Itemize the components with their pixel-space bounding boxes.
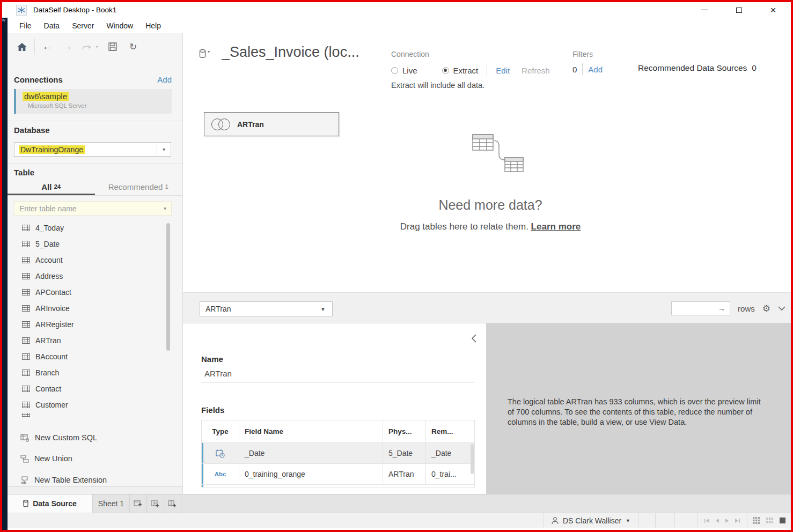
table-item[interactable]: 4_Today (8, 220, 173, 236)
edit-link[interactable]: Edit (496, 66, 510, 75)
col-physical[interactable]: Phys... (383, 420, 426, 442)
table-item[interactable]: APContact (8, 284, 173, 300)
datasource-title[interactable]: _Sales_Invoice (loc... (222, 44, 388, 61)
tab-recommended[interactable]: Recommended1 (95, 181, 182, 195)
database-icon (23, 500, 28, 507)
field-remote: _Date (426, 443, 467, 463)
previous-sheet-icon[interactable] (715, 518, 719, 523)
title-bar[interactable]: DataSelf Desktop - Book1 × (2, 2, 791, 18)
chevron-down-icon[interactable]: ▾ (157, 143, 171, 156)
table-details-panel: Name ARTran Fields Type Field Name Phys.… (183, 323, 486, 496)
table-icon (22, 257, 30, 263)
toolbar-divider (34, 39, 35, 55)
menu-window[interactable]: Window (106, 21, 133, 30)
new-worksheet-button[interactable] (130, 494, 147, 513)
radio-extract[interactable] (442, 67, 449, 74)
save-icon[interactable] (102, 42, 123, 51)
table-item[interactable]: ARTran (8, 332, 173, 349)
app-window: DataSelf Desktop - Book1 × File Data Ser… (0, 0, 793, 532)
connections-header: Connections (14, 75, 63, 85)
table-item[interactable]: 5_Date (8, 236, 173, 252)
tab-all[interactable]: All24 (8, 181, 95, 195)
new-table-extension[interactable]: New Table Extension (8, 472, 107, 488)
name-value[interactable]: ARTran (204, 369, 232, 378)
fields-header-row: Type Field Name Phys... Rem... (202, 420, 474, 443)
tab-sheet1[interactable]: Sheet 1 (92, 494, 130, 513)
learn-more-link[interactable]: Learn more (531, 221, 581, 232)
last-sheet-icon[interactable] (735, 518, 740, 523)
back-icon[interactable]: ← (37, 41, 57, 53)
menu-server[interactable]: Server (72, 21, 94, 30)
redo-icon[interactable]: ▾ (78, 43, 102, 50)
table-item[interactable]: Contact (8, 381, 173, 397)
menu-file[interactable]: File (19, 21, 32, 30)
first-sheet-icon[interactable] (704, 518, 710, 523)
connection-item[interactable]: dw6\sample Microsoft SQL Server (14, 89, 172, 114)
database-value: DwTrainingOrange (19, 145, 85, 154)
refresh-link[interactable]: Refresh (522, 66, 550, 75)
table-search[interactable]: ▾ (14, 201, 172, 216)
maximize-button[interactable] (732, 4, 746, 16)
table-item[interactable]: ARRegister (8, 316, 173, 332)
arrow-right-icon[interactable]: → (718, 304, 725, 313)
show-filmstrip-icon[interactable] (766, 518, 773, 523)
home-icon[interactable] (12, 43, 32, 51)
show-tabs-icon[interactable] (753, 517, 760, 524)
menu-data[interactable]: Data (44, 21, 60, 30)
new-union[interactable]: New Union (8, 450, 72, 467)
refresh-icon[interactable]: ↻ (123, 41, 143, 53)
preview-table-select[interactable]: ARTran ▼ (200, 301, 333, 316)
union-icon (20, 455, 29, 463)
user-menu[interactable]: DS Clark Walliser ▼ (544, 513, 638, 528)
table-item[interactable]: Branch (8, 365, 173, 381)
close-button[interactable]: × (766, 4, 780, 16)
status-cell (638, 513, 655, 528)
table-item[interactable]: Address (8, 268, 173, 284)
window-title: DataSelf Desktop - Book1 (33, 6, 116, 14)
new-story-button[interactable] (164, 494, 181, 513)
filters-add-link[interactable]: Add (588, 65, 603, 74)
recommended-data-sources[interactable]: Recommended Data Sources0 (638, 63, 757, 73)
gear-icon[interactable]: ⚙ (762, 303, 770, 314)
sheet-tab-bar: Data Source Sheet 1 (8, 494, 791, 513)
radio-extract-label[interactable]: Extract (453, 66, 479, 75)
filters-label: Filters (572, 50, 603, 58)
radio-live[interactable] (391, 67, 398, 74)
next-sheet-icon[interactable] (725, 518, 729, 523)
table-item[interactable]: Customer (8, 397, 173, 413)
collapse-preview-icon[interactable] (778, 306, 785, 311)
field-row[interactable]: Abc 0_training_orange ARTran 0_trai... (202, 464, 474, 485)
collapse-panel-icon[interactable] (472, 334, 476, 343)
show-sheet-icon[interactable] (780, 518, 785, 523)
minimize-button[interactable] (697, 4, 711, 16)
forward-icon[interactable]: → (57, 41, 78, 53)
table-search-input[interactable] (14, 204, 164, 213)
radio-live-label[interactable]: Live (402, 66, 417, 75)
filters-count: 0 (572, 65, 577, 74)
col-remote[interactable]: Rem... (426, 420, 467, 442)
field-remote: 0_trai... (426, 464, 467, 484)
table-item-clipped[interactable] (8, 413, 173, 417)
field-physical: ARTran (383, 464, 426, 484)
table-list-scrollbar[interactable] (166, 223, 170, 351)
table-item[interactable]: ARInvoice (8, 300, 173, 316)
tab-data-source[interactable]: Data Source (8, 494, 92, 513)
logical-table-card[interactable]: ARTran (204, 112, 339, 136)
table-item[interactable]: Account (8, 252, 173, 268)
status-cell (674, 513, 697, 528)
add-connection-link[interactable]: Add (157, 75, 172, 84)
table-item[interactable]: BAccount (8, 349, 173, 365)
table-icon (22, 289, 30, 295)
field-row[interactable]: _Date 5_Date _Date (202, 443, 474, 464)
datasource-icon[interactable]: ▾ (199, 49, 210, 58)
rows-limit-input[interactable]: → (671, 301, 730, 315)
new-dashboard-button[interactable] (147, 494, 164, 513)
new-custom-sql[interactable]: New Custom SQL (8, 430, 97, 446)
string-type-icon: Abc (202, 464, 239, 484)
fields-scrollbar[interactable] (471, 444, 474, 474)
database-select[interactable]: DwTrainingOrange ▾ (14, 142, 171, 157)
search-caret-icon[interactable]: ▾ (164, 205, 171, 211)
menu-help[interactable]: Help (145, 21, 161, 30)
table-icon (22, 225, 30, 231)
table-card-label: ARTran (237, 120, 264, 129)
